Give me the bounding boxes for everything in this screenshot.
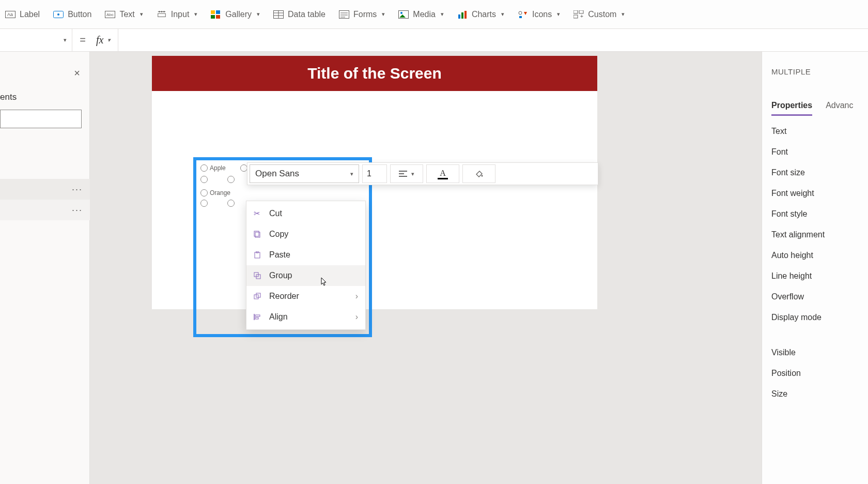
chevron-down-icon: ▾: [382, 11, 385, 18]
svg-point-28: [519, 11, 522, 14]
svg-rect-12: [216, 10, 220, 14]
menu-cut[interactable]: ✂ Cut: [246, 203, 365, 224]
tab-advanced[interactable]: Advanc: [826, 101, 853, 116]
tab-properties[interactable]: Properties: [771, 101, 812, 116]
prop-size[interactable]: Size: [771, 384, 859, 404]
prop-visible[interactable]: Visible: [771, 342, 859, 363]
selected-label-orange[interactable]: Orange: [200, 189, 230, 196]
selection-handle[interactable]: [227, 176, 235, 183]
formula-bar: ▾ = fx ▾: [0, 29, 868, 52]
forms-icon: [339, 10, 349, 19]
svg-point-10: [163, 11, 165, 12]
prop-font[interactable]: Font: [771, 142, 859, 162]
menu-label: Reorder: [269, 292, 299, 301]
text-icon: Abc: [105, 10, 115, 19]
icons-icon: [518, 10, 528, 19]
font-size-input[interactable]: 1: [362, 164, 387, 183]
ribbon-button[interactable]: Button: [52, 8, 92, 21]
menu-group[interactable]: Group: [246, 265, 365, 286]
menu-align[interactable]: Align ›: [246, 307, 365, 327]
fill-color-button[interactable]: [462, 164, 495, 183]
ribbon-media[interactable]: Media ▾: [397, 8, 445, 21]
selection-handle[interactable]: [200, 176, 208, 183]
menu-label: Copy: [269, 230, 288, 239]
selection-handle[interactable]: [227, 200, 235, 207]
paint-bucket-icon: [474, 169, 484, 178]
selection-handle[interactable]: [200, 164, 208, 172]
svg-point-3: [57, 13, 59, 16]
ribbon-label[interactable]: Aa Label: [4, 8, 41, 21]
prop-auto-height[interactable]: Auto height: [771, 245, 859, 266]
ribbon-icons[interactable]: Icons ▾: [517, 8, 561, 21]
selected-label-apple[interactable]: Apple: [200, 164, 247, 172]
svg-rect-29: [519, 16, 522, 18]
chevron-down-icon: ▾: [557, 11, 560, 18]
ribbon-custom-text: Custom: [588, 10, 616, 19]
menu-label: Cut: [269, 209, 282, 218]
property-selector[interactable]: ▾: [0, 29, 72, 51]
ribbon-text[interactable]: Abc Text ▾: [104, 8, 144, 21]
chevron-right-icon: ›: [355, 292, 358, 301]
menu-copy[interactable]: Copy: [246, 224, 365, 245]
prop-text[interactable]: Text: [771, 121, 859, 142]
ribbon-icons-text: Icons: [532, 10, 552, 19]
prop-font-style[interactable]: Font style: [771, 204, 859, 224]
font-select[interactable]: Open Sans ▾: [250, 164, 359, 183]
chevron-right-icon: ›: [355, 312, 358, 322]
label-icon: Aa: [5, 10, 16, 19]
more-icon[interactable]: ···: [72, 205, 83, 216]
svg-rect-27: [464, 11, 467, 19]
chevron-down-icon: ▾: [140, 11, 143, 18]
label-text: Apple: [210, 164, 226, 172]
text-align-button[interactable]: ▾: [390, 164, 423, 183]
prop-overflow[interactable]: Overflow: [771, 286, 859, 307]
search-input[interactable]: [0, 110, 82, 128]
font-color-button[interactable]: A: [426, 164, 459, 183]
font-name: Open Sans: [255, 169, 299, 179]
tree-row[interactable]: ···: [0, 179, 90, 200]
button-icon: [53, 10, 64, 19]
prop-font-weight[interactable]: Font weight: [771, 183, 859, 204]
prop-text-alignment[interactable]: Text alignment: [771, 224, 859, 245]
ribbon-gallery-text: Gallery: [225, 10, 252, 19]
align-icon: [254, 313, 263, 321]
media-icon: [398, 10, 409, 19]
selection-handle[interactable]: [240, 164, 247, 172]
svg-rect-26: [461, 12, 463, 19]
more-icon[interactable]: ···: [72, 184, 83, 195]
menu-paste[interactable]: Paste: [246, 245, 365, 265]
selection-handle[interactable]: [200, 200, 208, 207]
prop-position[interactable]: Position: [771, 363, 859, 384]
copy-icon: [254, 231, 263, 238]
screen-title[interactable]: Title of the Screen: [152, 56, 597, 91]
prop-line-height[interactable]: Line height: [771, 266, 859, 286]
menu-label: Group: [269, 271, 292, 280]
selection-handle[interactable]: [200, 189, 208, 196]
ribbon-datatable[interactable]: Data table: [272, 8, 327, 21]
tree-row[interactable]: ···: [0, 200, 90, 220]
menu-reorder[interactable]: Reorder ›: [246, 286, 365, 307]
ribbon-forms[interactable]: Forms ▾: [338, 8, 386, 21]
ribbon-custom[interactable]: + Custom ▾: [572, 8, 626, 21]
float-format-toolbar: Open Sans ▾ 1 ▾ A: [247, 162, 598, 185]
ribbon-media-text: Media: [413, 10, 436, 19]
menu-label: Align: [269, 312, 288, 322]
prop-font-size[interactable]: Font size: [771, 162, 859, 183]
pane-heading: ents: [0, 92, 17, 102]
svg-rect-47: [255, 315, 260, 316]
chevron-down-icon: ▾: [501, 11, 504, 18]
fx-button[interactable]: fx ▾: [93, 29, 118, 51]
svg-rect-6: [158, 13, 165, 17]
prop-display-mode[interactable]: Display mode: [771, 307, 859, 328]
selection-title: MULTIPLE: [771, 67, 859, 76]
canvas-area: Title of the Screen Apple Orange Open Sa…: [90, 52, 868, 484]
equals-sign: =: [72, 34, 93, 46]
svg-rect-25: [458, 14, 460, 19]
ribbon-charts[interactable]: Charts ▾: [456, 8, 505, 21]
ribbon-gallery[interactable]: Gallery ▾: [210, 8, 261, 21]
ribbon-input[interactable]: Input ▾: [156, 8, 199, 21]
chevron-down-icon: ▾: [441, 11, 444, 18]
close-icon[interactable]: ×: [74, 67, 80, 79]
ribbon-toolbar: Aa Label Button Abc Text ▾ Input ▾ Galle…: [0, 0, 868, 29]
chevron-down-icon: ▾: [194, 11, 197, 18]
